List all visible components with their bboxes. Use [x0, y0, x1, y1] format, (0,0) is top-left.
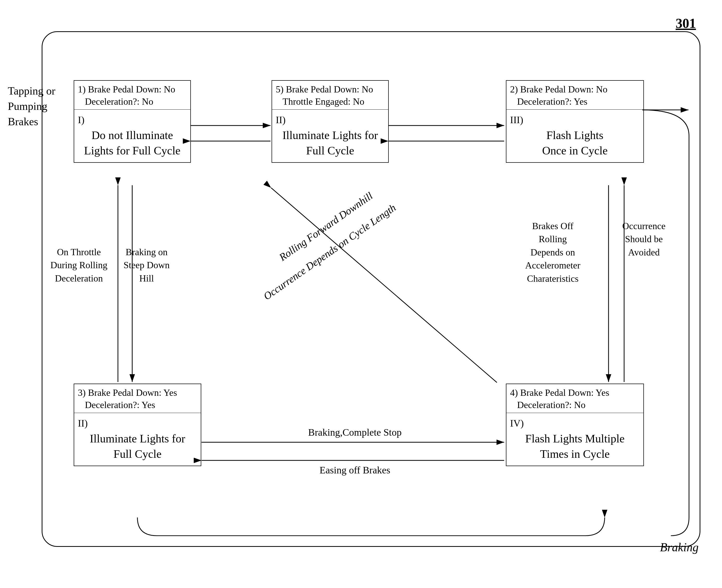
label-occurrence-avoided: OccurrenceShould beAvoided: [610, 219, 678, 259]
label-braking-steep: Braking onSteep Down Hill: [118, 246, 175, 285]
node-5: 5) Brake Pedal Down: No Throttle Engaged…: [272, 80, 389, 163]
node-1-header: 1) Brake Pedal Down: No Deceleration?: N…: [74, 81, 190, 110]
node-2-header: 2) Brake Pedal Down: No Deceleration?: Y…: [506, 81, 643, 110]
node-3-label: II): [78, 417, 197, 430]
node-3-body: II) Illuminate Lights forFull Cycle: [74, 413, 201, 466]
node-4-body: IV) Flash Lights MultipleTimes in Cycle: [506, 413, 643, 466]
node-5-header: 5) Brake Pedal Down: No Throttle Engaged…: [272, 81, 388, 110]
node-4: 4) Brake Pedal Down: Yes Deceleration?: …: [506, 383, 644, 466]
node-2-body: III) Flash LightsOnce in Cycle: [506, 110, 643, 162]
label-braking-stop: Braking,Complete Stop: [225, 426, 485, 438]
page-number: 301: [676, 16, 696, 31]
node-4-label: IV): [510, 417, 640, 430]
node-2-label: III): [510, 113, 640, 127]
label-easing-brakes: Easing off Brakes: [225, 464, 485, 476]
node-1: 1) Brake Pedal Down: No Deceleration?: N…: [74, 80, 191, 163]
node-3: 3) Brake Pedal Down: Yes Deceleration?: …: [74, 383, 201, 466]
main-container: 1) Brake Pedal Down: No Deceleration?: N…: [42, 31, 700, 547]
label-brakes-off: Brakes OffRollingDepends onAccelerometer…: [511, 219, 594, 285]
node-2: 2) Brake Pedal Down: No Deceleration?: Y…: [506, 80, 644, 163]
node-1-label: I): [78, 113, 187, 127]
node-1-body: I) Do not IlluminateLights for Full Cycl…: [74, 110, 190, 162]
node-4-header: 4) Brake Pedal Down: Yes Deceleration?: …: [506, 384, 643, 413]
label-on-throttle: On ThrottleDuring RollingDeceleration: [50, 246, 108, 285]
node-3-header: 3) Brake Pedal Down: Yes Deceleration?: …: [74, 384, 201, 413]
node-5-body: II) Illuminate Lights forFull Cycle: [272, 110, 388, 162]
node-5-label: II): [276, 113, 385, 127]
